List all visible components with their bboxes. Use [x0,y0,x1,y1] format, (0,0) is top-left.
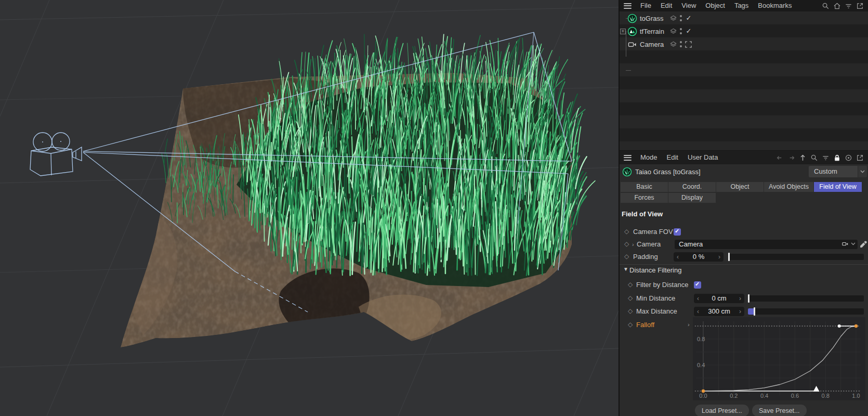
object-manager-menubar: File Edit View Object Tags Bookmarks [620,0,868,11]
menu-edit[interactable]: Edit [662,152,683,163]
undock-icon[interactable] [856,2,864,10]
tab-coord[interactable]: Coord. [668,182,716,192]
object-name[interactable]: Camera [640,38,664,51]
min-distance-value[interactable]: 0 cm [694,294,744,303]
filter-icon[interactable] [845,2,852,10]
camera-fov-checkbox[interactable] [674,228,681,236]
menu-mode[interactable]: Mode [636,152,662,163]
row-camera-link: ◇ › Camera Camera [620,238,868,251]
target-icon[interactable] [845,154,852,162]
falloff-spline-editor[interactable]: 0.00.20.40.60.81.00.80.4 [693,317,865,400]
visibility-dots[interactable] [680,28,682,35]
right-panel: File Edit View Object Tags Bookmarks [619,0,868,416]
param-diamond-icon[interactable]: ◇ [624,253,629,260]
history-back-icon[interactable] [776,154,784,162]
object-row-tograss[interactable]: toGrass ✓ [620,12,868,25]
visibility-dots[interactable] [680,41,682,48]
selected-object-title: Taiao Grass [toGrass] [635,164,701,180]
object-name[interactable]: toGrass [640,12,664,25]
save-preset-button[interactable]: Save Preset... [752,405,807,416]
camera-object-icon[interactable] [627,40,637,49]
selection-brackets-icon[interactable] [685,41,692,48]
max-distance-value[interactable]: 300 cm [694,307,744,316]
section-distance-filtering[interactable]: ▼ Distance Filtering [620,264,868,276]
expand-children-icon[interactable]: + [620,29,626,34]
param-diamond-icon[interactable]: ◇ [628,321,633,328]
camera-link-value: Camera [679,240,703,249]
menu-view[interactable]: View [677,0,701,11]
layer-icon[interactable] [669,28,677,35]
tab-basic[interactable]: Basic [621,182,668,192]
lock-icon[interactable] [833,154,841,162]
enabled-check-icon[interactable]: ✓ [685,27,693,35]
eyedropper-icon[interactable] [859,240,867,249]
undock-icon[interactable] [856,154,864,162]
tab-object[interactable]: Object [716,182,764,192]
hamburger-menu-icon[interactable] [624,155,632,161]
tab-field-of-view[interactable]: Field of View [814,182,862,192]
tab-display[interactable]: Display [668,193,716,203]
viewport-canvas[interactable] [0,0,619,416]
tab-forces[interactable]: Forces [621,193,668,203]
padding-value[interactable]: 0 % [674,252,724,262]
menu-object[interactable]: Object [701,0,730,11]
filter-by-distance-checkbox[interactable] [694,281,701,289]
param-diamond-icon[interactable]: ◇ [628,294,633,302]
layer-icon[interactable] [669,15,677,22]
layer-icon[interactable] [669,41,677,48]
svg-text:0.4: 0.4 [697,362,705,368]
search-icon[interactable] [822,2,830,10]
visibility-dots[interactable] [680,15,682,22]
collapse-triangle-icon[interactable]: ▼ [623,266,628,272]
attribute-menubar: Mode Edit User Data [620,151,868,164]
svg-text:1.0: 1.0 [852,393,860,399]
row-min-distance: ◇ Min Distance ‹0 cm› [620,292,868,305]
chevron-down-icon[interactable] [851,242,856,245]
menu-edit[interactable]: Edit [656,0,677,11]
load-preset-button[interactable]: Load Preset... [695,405,749,416]
min-distance-spinner[interactable]: ‹0 cm› [694,294,744,303]
menu-bookmarks[interactable]: Bookmarks [753,0,796,11]
camera-wireframe[interactable] [30,133,82,176]
menu-file[interactable]: File [636,0,656,11]
row-padding: ◇ Padding ‹0 %› [620,251,868,263]
min-distance-slider[interactable] [748,295,864,302]
object-row-tfterrain[interactable]: + tfTerrain ✓ [620,25,868,38]
history-forward-icon[interactable] [787,154,795,162]
search-icon[interactable] [810,154,818,162]
param-diamond-icon[interactable]: ◇ [628,307,633,315]
camera-link-field[interactable]: Camera [675,240,858,249]
object-name[interactable]: tfTerrain [640,25,664,38]
filter-icon[interactable] [822,154,830,162]
object-row-camera[interactable]: Camera [620,38,868,51]
padding-label: Padding [633,251,658,263]
parent-up-icon[interactable] [799,154,807,162]
camera-fov-label: Camera FOV [633,226,673,238]
menu-tags[interactable]: Tags [730,0,753,11]
row-filter-by-distance: ◇ Filter by Distance [620,279,868,291]
chevron-down-icon[interactable] [858,166,867,177]
param-diamond-icon[interactable]: ◇ [624,228,629,235]
attribute-manager: Mode Edit User Data [620,151,868,416]
padding-slider[interactable] [728,254,864,260]
menu-user-data[interactable]: User Data [683,152,723,163]
param-diamond-icon[interactable]: ◇ [624,240,629,248]
padding-spinner[interactable]: ‹0 %› [674,252,724,262]
attribute-title-row: Taiao Grass [toGrass] Custom [620,164,868,180]
expand-arrow-icon[interactable]: › [632,241,634,248]
distance-filtering-header: Distance Filtering [629,265,681,276]
param-diamond-icon[interactable]: ◇ [628,281,633,288]
home-icon[interactable] [833,2,841,10]
tree-stub [626,70,631,71]
expand-arrow-icon[interactable]: › [688,321,690,328]
tab-avoid-objects[interactable]: Avoid Objects [764,182,813,192]
max-distance-slider[interactable] [748,308,864,315]
enabled-check-icon[interactable]: ✓ [685,14,693,22]
viewport-3d[interactable] [0,0,619,416]
terrain-object-icon[interactable] [627,27,637,36]
preset-dropdown[interactable]: Custom [809,166,858,177]
hamburger-menu-icon[interactable] [624,3,632,9]
max-distance-spinner[interactable]: ‹300 cm› [694,307,744,316]
grass-object-icon[interactable] [627,14,637,23]
max-distance-label: Max Distance [636,305,677,318]
